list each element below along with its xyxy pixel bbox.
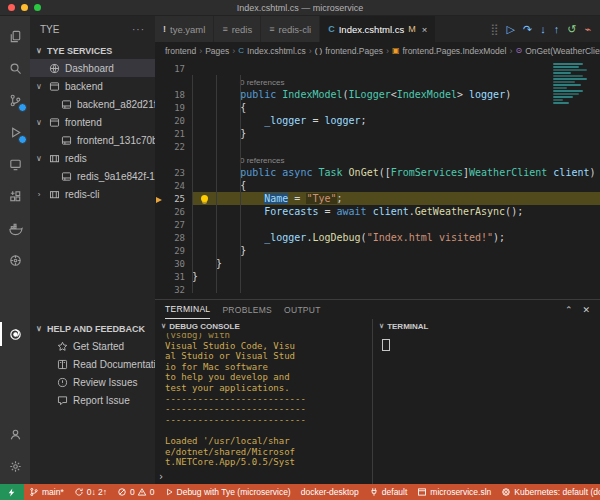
- code-editor[interactable]: 170 references18 public IndexModel(ILogg…: [155, 59, 600, 299]
- gutter[interactable]: 31: [155, 272, 192, 282]
- drag-handle-icon[interactable]: ⣿: [490, 24, 498, 35]
- close-window-icon[interactable]: [8, 4, 15, 11]
- tye-activity-button[interactable]: [1, 320, 29, 348]
- tye-service-item-frontend[interactable]: ∨frontend: [30, 113, 155, 131]
- tye-service-section-header[interactable]: ∨TYE SERVICES: [30, 42, 155, 59]
- tye-service-item-frontend-131c70b1-0[interactable]: frontend_131c70b1-0: [30, 131, 155, 149]
- status-sync-changes[interactable]: 0↓ 2↑: [69, 484, 112, 500]
- tab-index-cshtml-cs[interactable]: CIndex.cshtml.csM×: [320, 16, 436, 42]
- restart-icon[interactable]: ↺: [567, 24, 576, 35]
- code-text[interactable]: public IndexModel(ILogger<IndexModel> lo…: [192, 88, 600, 101]
- accounts-activity-button[interactable]: [1, 420, 29, 448]
- code-text[interactable]: }: [192, 257, 600, 270]
- maximize-window-icon[interactable]: [34, 4, 41, 11]
- status-docker-context[interactable]: docker-desktop: [296, 484, 364, 500]
- tye-service-item-backend-a82d21f4-e[interactable]: backend_a82d21f4-e: [30, 95, 155, 113]
- help-item-review-issues[interactable]: Review Issues: [30, 373, 155, 391]
- sidebar-more-actions-icon[interactable]: ···: [132, 24, 145, 35]
- code-text[interactable]: Forecasts = await client.GetWeatherAsync…: [192, 205, 600, 218]
- kubernetes-activity-button[interactable]: [1, 246, 29, 274]
- step-into-icon[interactable]: ↓: [540, 24, 546, 35]
- gutter[interactable]: 17: [155, 64, 192, 74]
- close-tab-icon[interactable]: ×: [422, 24, 428, 35]
- lightbulb-icon[interactable]: [201, 195, 208, 202]
- terminal-header[interactable]: ∨ TERMINAL: [373, 319, 600, 333]
- docker-activity-button[interactable]: [1, 214, 29, 242]
- breadcrumb-item[interactable]: ( )frontend.Pages: [315, 46, 383, 56]
- status-kubernetes-context[interactable]: Kubernetes: default (docker-desktop): [496, 484, 600, 500]
- tye-service-item-redis-9a1e842f-1[interactable]: redis_9a1e842f-1: [30, 167, 155, 185]
- tab-redis-cli[interactable]: ≡redis-cli: [261, 16, 320, 42]
- gutter[interactable]: 26: [155, 207, 192, 217]
- breadcrumb-item[interactable]: ⊙OnGet(WeatherClient client): [515, 46, 600, 56]
- panel-tab-terminal[interactable]: TERMINAL: [165, 300, 210, 319]
- gutter[interactable]: 20: [155, 116, 192, 126]
- status-remote-indicator[interactable]: [0, 484, 24, 500]
- gutter[interactable]: 21: [155, 129, 192, 139]
- codelens-text[interactable]: 0 references: [192, 75, 600, 88]
- maximize-panel-icon[interactable]: ⌃: [565, 305, 573, 315]
- gutter[interactable]: 28: [155, 233, 192, 243]
- continue-icon[interactable]: ▷: [506, 24, 514, 35]
- terminal-content[interactable]: [373, 333, 600, 484]
- explorer-activity-button[interactable]: [1, 22, 29, 50]
- code-text[interactable]: _logger = logger;: [192, 114, 600, 127]
- panel-tab-output[interactable]: OUTPUT: [284, 300, 321, 319]
- panel-tab-problems[interactable]: PROBLEMS: [222, 300, 272, 319]
- status-problems[interactable]: 00: [112, 484, 159, 500]
- debug-console-header[interactable]: ∨ DEBUG CONSOLE: [155, 319, 372, 333]
- breadcrumb-item[interactable]: ▣frontend.Pages.IndexModel: [392, 46, 507, 56]
- help-item-get-started[interactable]: Get Started: [30, 337, 155, 355]
- status-debug-launch[interactable]: Debug with Tye (microservice): [160, 484, 296, 500]
- step-over-icon[interactable]: ↷: [523, 24, 532, 35]
- tye-service-item-redis-cli[interactable]: ›redis-cli: [30, 185, 155, 203]
- status-connection[interactable]: default: [364, 484, 413, 500]
- close-panel-icon[interactable]: ✕: [582, 305, 590, 315]
- breadcrumb-item[interactable]: frontend: [165, 46, 196, 56]
- code-text[interactable]: public async Task OnGet([FromServices]We…: [192, 166, 600, 179]
- minimap[interactable]: [553, 63, 598, 105]
- code-text[interactable]: Name = "Tye";: [192, 192, 600, 205]
- help-section-header[interactable]: ∨HELP AND FEEDBACK: [30, 320, 155, 337]
- status-solution[interactable]: microservice.sln: [412, 484, 496, 500]
- status-git-branch[interactable]: main*: [24, 484, 69, 500]
- breadcrumb-item[interactable]: CIndex.cshtml.cs: [238, 46, 305, 56]
- gutter[interactable]: 23: [155, 168, 192, 178]
- gutter[interactable]: 30: [155, 259, 192, 269]
- breadcrumb-item[interactable]: Pages: [205, 46, 229, 56]
- gutter[interactable]: 22: [155, 142, 192, 152]
- gutter[interactable]: 18: [155, 90, 192, 100]
- run-debug-activity-button[interactable]: [1, 118, 29, 146]
- code-text[interactable]: {: [192, 179, 600, 192]
- search-activity-button[interactable]: [1, 54, 29, 82]
- tab-redis[interactable]: ≡redis: [214, 16, 261, 42]
- debug-console-output[interactable]: (vsdbg) withVisual Studio Code, Visual S…: [155, 333, 372, 472]
- tye-service-item-backend[interactable]: ∨backend: [30, 77, 155, 95]
- gutter[interactable]: 29: [155, 246, 192, 256]
- tab-tye-yaml[interactable]: !tye.yaml: [155, 16, 214, 42]
- extensions-activity-button[interactable]: [1, 182, 29, 210]
- code-text[interactable]: {: [192, 101, 600, 114]
- code-text[interactable]: [192, 283, 600, 296]
- source-control-activity-button[interactable]: [1, 86, 29, 114]
- help-item-report-issue[interactable]: Report Issue: [30, 391, 155, 409]
- code-text[interactable]: _logger.LogDebug("Index.html visited!");: [192, 231, 600, 244]
- code-text[interactable]: }: [192, 270, 600, 283]
- minimize-window-icon[interactable]: [21, 4, 28, 11]
- disconnect-icon[interactable]: ⌁: [584, 24, 591, 35]
- codelens-text[interactable]: 0 references: [192, 153, 600, 166]
- gutter[interactable]: 27: [155, 220, 192, 230]
- debug-console-prompt[interactable]: ›: [155, 472, 372, 484]
- gutter[interactable]: 25: [155, 194, 192, 204]
- code-text[interactable]: }: [192, 127, 600, 140]
- step-out-icon[interactable]: ↑: [554, 24, 560, 35]
- tye-service-item-redis[interactable]: ∨redis: [30, 149, 155, 167]
- code-text[interactable]: }: [192, 244, 600, 257]
- code-text[interactable]: [192, 140, 600, 153]
- gutter[interactable]: 24: [155, 181, 192, 191]
- gutter[interactable]: 32: [155, 285, 192, 295]
- remote-explorer-activity-button[interactable]: [1, 150, 29, 178]
- code-text[interactable]: [192, 218, 600, 231]
- help-item-read-documentation[interactable]: Read Documentation: [30, 355, 155, 373]
- code-text[interactable]: [192, 62, 600, 75]
